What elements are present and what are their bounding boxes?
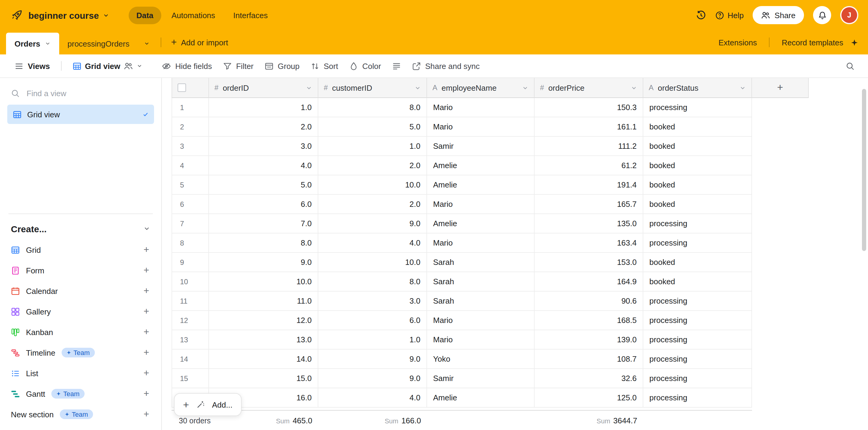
cell-customerID[interactable]: 2.0 [318,156,427,175]
cell-orderID[interactable]: 12.0 [209,311,318,330]
cell-employeeName[interactable]: Samir [427,137,534,156]
cell-customerID[interactable]: 8.0 [318,272,427,291]
table-tabs-dropdown[interactable] [138,33,156,54]
cell-employeeName[interactable]: Sarah [427,272,534,291]
nav-tab-automations[interactable]: Automations [164,6,223,24]
cell-orderPrice[interactable]: 168.5 [534,311,643,330]
cell-orderPrice[interactable]: 111.2 [534,137,643,156]
find-view-row[interactable] [7,83,154,104]
create-section-header[interactable]: Create... [7,218,154,239]
cell-customerID[interactable]: 9.0 [318,214,427,233]
row-number[interactable]: 4 [172,156,209,175]
cell-customerID[interactable]: 10.0 [318,253,427,272]
cell-orderStatus[interactable]: booked [643,156,752,175]
cell-orderID[interactable]: 14.0 [209,349,318,369]
cell-orderStatus[interactable]: booked [643,175,752,195]
create-item-grid[interactable]: Grid+ [7,239,154,260]
cell-customerID[interactable]: 8.0 [318,98,427,117]
cell-customerID[interactable]: 6.0 [318,311,427,330]
add-view-button[interactable]: + [142,307,150,316]
sort-button[interactable]: Sort [306,58,343,74]
cell-orderStatus[interactable]: processing [643,330,752,349]
row-number[interactable]: 12 [172,311,209,330]
sum-customerID[interactable]: Sum166.0 [318,416,427,425]
row-number[interactable]: 8 [172,233,209,253]
cell-orderStatus[interactable]: booked [643,195,752,214]
cell-orderStatus[interactable]: processing [643,388,752,408]
cell-employeeName[interactable]: Mario [427,98,534,117]
cell-employeeName[interactable]: Yoko [427,349,534,369]
cell-customerID[interactable]: 4.0 [318,233,427,253]
select-all-checkbox[interactable] [178,83,186,92]
cell-orderPrice[interactable]: 153.0 [534,253,643,272]
row-number[interactable]: 1 [172,98,209,117]
row-number[interactable]: 5 [172,175,209,195]
workspace-menu[interactable]: beginner course [11,9,109,21]
add-view-button[interactable]: + [142,245,150,255]
row-height-button[interactable] [387,58,406,74]
cell-orderID[interactable]: 8.0 [209,233,318,253]
cell-employeeName[interactable]: Samir [427,369,534,388]
cell-customerID[interactable]: 9.0 [318,369,427,388]
create-item-list[interactable]: List+ [7,363,154,383]
cell-orderPrice[interactable]: 164.9 [534,272,643,291]
column-header-orderStatus[interactable]: AorderStatus [643,78,752,98]
sidebar-view-grid-view[interactable]: Grid view [7,105,154,124]
cell-customerID[interactable]: 2.0 [318,195,427,214]
cell-orderID[interactable]: 3.0 [209,137,318,156]
add-view-button[interactable]: + [142,389,150,399]
cell-orderStatus[interactable]: processing [643,291,752,311]
add-view-button[interactable]: + [142,286,150,296]
color-button[interactable]: Color [344,58,386,74]
create-item-calendar[interactable]: Calendar+ [7,281,154,301]
table-tab-Orders[interactable]: Orders [6,33,59,54]
cell-orderID[interactable]: 9.0 [209,253,318,272]
group-button[interactable]: Group [260,58,304,74]
nav-tab-interfaces[interactable]: Interfaces [225,6,275,24]
row-number[interactable]: 7 [172,214,209,233]
cell-employeeName[interactable]: Mario [427,330,534,349]
column-header-customerID[interactable]: #customerID [318,78,427,98]
row-number[interactable]: 13 [172,330,209,349]
cell-employeeName[interactable]: Sarah [427,253,534,272]
row-number[interactable]: 9 [172,253,209,272]
row-number[interactable]: 6 [172,195,209,214]
vertical-scrollbar[interactable] [862,89,866,251]
cell-customerID[interactable]: 4.0 [318,388,427,408]
cell-orderStatus[interactable]: processing [643,349,752,369]
cell-orderStatus[interactable]: booked [643,137,752,156]
view-switcher-button[interactable]: Grid view [67,58,147,74]
cell-orderID[interactable]: 5.0 [209,175,318,195]
row-number[interactable]: 14 [172,349,209,369]
cell-orderPrice[interactable]: 32.6 [534,369,643,388]
cell-orderPrice[interactable]: 165.7 [534,195,643,214]
cell-employeeName[interactable]: Amelie [427,175,534,195]
cell-employeeName[interactable]: Mario [427,117,534,137]
create-item-new-section[interactable]: New sectionTeam+ [7,404,154,425]
row-number[interactable]: 10 [172,272,209,291]
cell-orderStatus[interactable]: booked [643,272,752,291]
cell-employeeName[interactable]: Mario [427,311,534,330]
add-view-button[interactable]: + [142,265,150,275]
cell-orderID[interactable]: 11.0 [209,291,318,311]
cell-employeeName[interactable]: Mario [427,233,534,253]
row-number[interactable]: 2 [172,117,209,137]
cell-customerID[interactable]: 1.0 [318,137,427,156]
cell-orderPrice[interactable]: 139.0 [534,330,643,349]
create-item-gantt[interactable]: GanttTeam+ [7,383,154,404]
add-view-button[interactable]: + [142,348,150,357]
filter-button[interactable]: Filter [218,58,258,74]
create-item-kanban[interactable]: Kanban+ [7,322,154,342]
row-number[interactable]: 11 [172,291,209,311]
cell-orderStatus[interactable]: processing [643,214,752,233]
cell-orderID[interactable]: 2.0 [209,117,318,137]
column-header-employeeName[interactable]: AemployeeName [427,78,534,98]
create-item-gallery[interactable]: Gallery+ [7,301,154,322]
column-header-orderID[interactable]: #orderID [209,78,318,98]
hide-fields-button[interactable]: Hide fields [157,58,217,74]
add-record-button[interactable]: + Add... [174,393,242,416]
cell-orderID[interactable]: 7.0 [209,214,318,233]
history-button[interactable] [695,10,706,20]
share-and-sync-button[interactable]: Share and sync [407,58,485,74]
add-view-button[interactable]: + [142,327,150,337]
